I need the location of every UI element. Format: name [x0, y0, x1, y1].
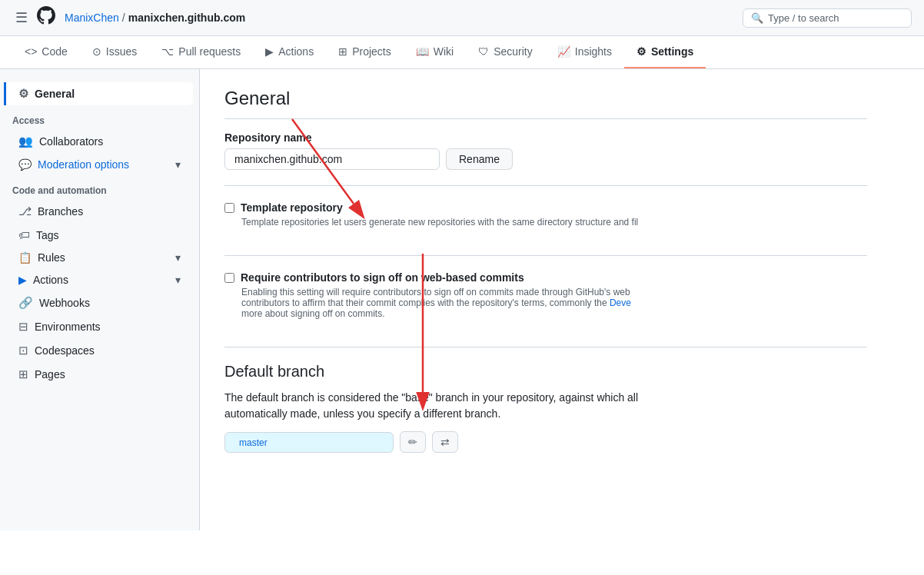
template-repo-row: Template repository — [224, 201, 867, 214]
rules-expand-icon: ▾ — [175, 251, 181, 264]
sidebar-item-actions[interactable]: ▶ Actions ▾ — [6, 269, 193, 291]
nav-insights[interactable]: 📈 Insights — [545, 36, 624, 68]
menu-button[interactable]: ☰ — [12, 6, 31, 29]
nav-projects[interactable]: ⊞ Projects — [326, 36, 404, 68]
nav-pull-requests[interactable]: ⌥ Pull requests — [149, 36, 253, 68]
search-placeholder: Type / to search — [768, 12, 839, 24]
branch-input-row: master ✏ ⇄ — [224, 431, 867, 453]
page-title: General — [224, 88, 867, 119]
nav-pr-label: Pull requests — [178, 45, 241, 58]
search-bar[interactable]: 🔍 Type / to search — [743, 8, 912, 28]
signoff-checkbox[interactable] — [224, 273, 234, 283]
branch-tag: master — [224, 432, 394, 453]
signoff-row: Require contributors to sign off on web-… — [224, 271, 867, 284]
nav-issues[interactable]: ⊙ Issues — [80, 36, 149, 68]
nav-wiki[interactable]: 📖 Wiki — [404, 36, 466, 68]
actions-left: ▶ Actions — [18, 274, 68, 286]
pages-icon: ⊞ — [18, 367, 28, 381]
nav-wiki-label: Wiki — [434, 45, 454, 58]
template-repo-section: Template repository Template repositorie… — [224, 201, 867, 240]
actions-expand-icon: ▾ — [175, 274, 181, 286]
sidebar: ⚙ General Access 👥 Collaborators 💬 Moder… — [0, 69, 200, 530]
section-divider-3 — [224, 347, 867, 347]
rules-icon: 📋 — [18, 251, 32, 264]
settings-icon: ⚙ — [636, 45, 646, 58]
rename-button[interactable]: Rename — [446, 148, 513, 170]
main-layout: ⚙ General Access 👥 Collaborators 💬 Moder… — [0, 69, 924, 530]
template-repo-checkbox[interactable] — [224, 203, 234, 213]
repo-name-input[interactable] — [224, 148, 440, 170]
nav-security[interactable]: 🛡 Security — [466, 36, 545, 68]
default-branch-section: Default branch The default branch is con… — [224, 363, 867, 453]
sidebar-collaborators-label: Collaborators — [39, 135, 103, 148]
signoff-desc: Enabling this setting will require contr… — [241, 287, 867, 319]
security-icon: 🛡 — [478, 45, 489, 58]
actions-icon: ▶ — [265, 45, 274, 58]
actions-sidebar-icon: ▶ — [18, 274, 27, 286]
default-branch-desc: The default branch is considered the "ba… — [224, 390, 867, 422]
template-repo-label[interactable]: Template repository — [241, 201, 343, 214]
sidebar-item-tags[interactable]: 🏷 Tags — [6, 224, 193, 246]
repo-name-section: Repository name Rename — [224, 131, 867, 170]
breadcrumb-user[interactable]: ManixChen — [65, 12, 119, 24]
section-divider-1 — [224, 185, 867, 186]
sidebar-webhooks-label: Webhooks — [39, 297, 90, 309]
access-section-label: Access — [0, 106, 199, 129]
edit-branch-button[interactable]: ✏ — [400, 431, 426, 453]
sidebar-item-moderation[interactable]: 💬 Moderation options ▾ — [6, 154, 193, 175]
general-icon: ⚙ — [18, 87, 28, 101]
sidebar-item-codespaces[interactable]: ⊡ Codespaces — [6, 339, 193, 362]
breadcrumb-repo[interactable]: manixchen.github.com — [128, 12, 245, 24]
top-bar: ☰ ManixChen / manixchen.github.com 🔍 Typ… — [0, 0, 924, 36]
code-icon: <> — [25, 45, 37, 58]
sidebar-item-webhooks[interactable]: 🔗 Webhooks — [6, 291, 193, 314]
repo-name-row: Rename — [224, 148, 867, 170]
nav-code-label: Code — [42, 45, 67, 58]
nav-insights-label: Insights — [575, 45, 612, 58]
sidebar-item-collaborators[interactable]: 👥 Collaborators — [6, 130, 193, 153]
signoff-label[interactable]: Require contributors to sign off on web-… — [241, 271, 524, 284]
sidebar-actions-label: Actions — [33, 274, 68, 286]
sidebar-moderation-label: Moderation options — [38, 158, 129, 171]
deve-link[interactable]: Deve — [610, 297, 631, 308]
wiki-icon: 📖 — [416, 45, 429, 58]
sidebar-rules-label: Rules — [38, 251, 65, 264]
nav-actions[interactable]: ▶ Actions — [253, 36, 326, 68]
switch-branch-button[interactable]: ⇄ — [432, 431, 458, 453]
issues-icon: ⊙ — [92, 45, 101, 58]
nav-projects-label: Projects — [352, 45, 391, 58]
breadcrumb: ManixChen / manixchen.github.com — [65, 12, 245, 24]
pencil-icon: ✏ — [408, 436, 417, 448]
sidebar-general-label: General — [35, 88, 75, 100]
nav-security-label: Security — [494, 45, 533, 58]
breadcrumb-separator: / — [122, 12, 125, 24]
template-repo-desc: Template repositories let users generate… — [241, 217, 867, 228]
default-branch-title: Default branch — [224, 363, 867, 381]
sidebar-tags-label: Tags — [36, 229, 59, 241]
switch-icon: ⇄ — [440, 436, 450, 448]
sidebar-item-general[interactable]: ⚙ General — [4, 82, 193, 105]
github-logo — [37, 6, 55, 29]
nav-actions-label: Actions — [278, 45, 314, 58]
sidebar-branches-label: Branches — [38, 205, 83, 218]
moderation-expand-icon: ▾ — [175, 158, 181, 171]
search-icon: 🔍 — [751, 12, 763, 24]
sidebar-item-environments[interactable]: ⊟ Environments — [6, 315, 193, 338]
nav-code[interactable]: <> Code — [12, 36, 80, 68]
sidebar-environments-label: Environments — [35, 321, 101, 333]
sidebar-codespaces-label: Codespaces — [35, 344, 95, 357]
sidebar-pages-label: Pages — [35, 368, 65, 381]
sidebar-item-pages[interactable]: ⊞ Pages — [6, 363, 193, 386]
collaborators-icon: 👥 — [18, 135, 33, 148]
nav-settings-label: Settings — [651, 45, 693, 58]
pr-icon: ⌥ — [161, 45, 174, 58]
signoff-section: Require contributors to sign off on web-… — [224, 271, 867, 331]
insights-icon: 📈 — [557, 45, 570, 58]
projects-icon: ⊞ — [338, 45, 347, 58]
nav-settings[interactable]: ⚙ Settings — [624, 36, 706, 68]
sidebar-item-branches[interactable]: ⎇ Branches — [6, 200, 193, 223]
repo-nav: <> Code ⊙ Issues ⌥ Pull requests ▶ Actio… — [0, 36, 924, 69]
section-divider-2 — [224, 255, 867, 256]
sidebar-item-rules[interactable]: 📋 Rules ▾ — [6, 247, 193, 268]
rules-left: 📋 Rules — [18, 251, 65, 264]
